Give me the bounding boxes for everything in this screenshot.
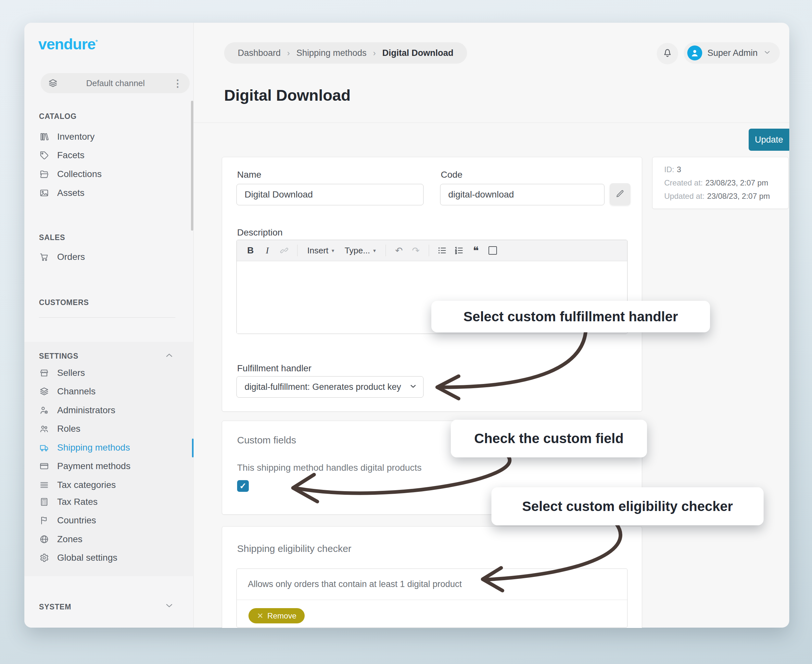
fulfillment-handler-value: digital-fulfillment: Generates product k… [244,382,406,392]
book-icon [39,132,49,142]
bell-icon [662,47,673,60]
user-name: Super Admin [708,48,758,58]
breadcrumb: Dashboard › Shipping methods › Digital D… [224,42,467,63]
redo-icon[interactable]: ↷ [408,242,423,258]
channel-label: Default channel [58,78,173,88]
fulfillment-handler-select[interactable]: digital-fulfillment: Generates product k… [236,376,423,398]
name-input[interactable] [236,184,423,205]
sidebar-item-global-settings[interactable]: Global settings [39,551,179,565]
sidebar-item-assets[interactable]: Assets [39,186,179,200]
digital-products-checkbox[interactable]: ✓ [237,480,249,492]
square-icon[interactable] [486,242,500,258]
sidebar-item-payment-methods[interactable]: Payment methods [39,459,179,473]
created-at-row: Created at:23/08/23, 2:07 pm [664,178,776,187]
section-customers: CUSTOMERS [39,298,89,307]
name-label: Name [237,169,262,180]
users-icon [39,424,49,434]
fulfillment-handler-label: Fulfillment handler [237,363,311,374]
caret-down-icon: ▾ [373,247,376,254]
calculator-icon [39,497,49,507]
chevron-down-icon[interactable] [164,601,174,611]
toolbar-divider [297,245,298,256]
toolbar-divider [429,245,429,256]
sidebar-item-inventory[interactable]: Inventory [39,130,179,144]
sidebar-item-zones[interactable]: Zones [39,532,179,547]
entity-info-panel: ID:3 Created at:23/08/23, 2:07 pm Update… [652,157,789,209]
sidebar-item-collections[interactable]: Collections [39,167,179,181]
callout-custom-field: Check the custom field [451,420,647,457]
callout-fulfillment-handler: Select custom fulfillment handler [431,301,710,332]
list-icon [39,480,49,490]
cart-icon [39,252,49,262]
store-icon [39,368,49,378]
sidebar-scrollbar[interactable] [191,101,193,231]
remove-checker-button[interactable]: ✕ Remove [249,608,305,623]
flag-icon [39,515,49,526]
eligibility-checker-box: Allows only orders that contain at least… [236,568,628,628]
sidebar-item-channels[interactable]: Channels [39,384,179,399]
sidebar-item-tax-rates[interactable]: Tax Rates [39,495,179,509]
logo-mark: ° [96,39,98,45]
active-nav-indicator [192,439,194,457]
page: vendure° Default channel ⋮ CATALOG Inven… [0,0,812,664]
sidebar-item-shipping-methods[interactable]: Shipping methods [39,441,179,455]
undo-icon[interactable]: ↶ [392,242,406,258]
sidebar-item-administrators[interactable]: Administrators [39,403,179,417]
breadcrumb-separator-icon: › [287,49,290,58]
update-button[interactable]: Update [749,129,789,151]
pencil-icon [615,189,625,200]
tag-icon [39,150,49,161]
folder-icon [39,169,49,179]
channel-switcher[interactable]: Default channel ⋮ [41,73,190,93]
insert-menu[interactable]: Insert▾ [303,242,338,258]
breadcrumb-separator-icon: › [373,49,376,58]
eligibility-box-divider [237,600,627,600]
edit-code-button[interactable] [610,183,630,205]
type-menu[interactable]: Type...▾ [341,242,380,258]
kebab-menu-icon[interactable]: ⋮ [173,78,182,89]
editor-toolbar: B I Insert▾ Type...▾ ↶ ↷ ❝ [237,240,627,261]
truck-icon [39,443,49,453]
gear-icon [39,553,49,563]
admin-icon [39,405,49,415]
entity-id-row: ID:3 [664,165,776,174]
code-input[interactable] [440,184,604,205]
section-sales: SALES [39,233,65,242]
sidebar-item-roles[interactable]: Roles [39,422,179,436]
user-menu[interactable]: Super Admin [684,42,780,63]
chevron-down-icon [763,48,771,58]
check-icon: ✓ [239,481,247,491]
image-icon [39,188,49,198]
ordered-list-icon[interactable] [452,242,466,258]
sidebar-item-facets[interactable]: Facets [39,148,179,163]
blockquote-icon[interactable]: ❝ [469,242,483,258]
header-divider [194,122,789,123]
chevron-up-icon[interactable] [164,350,174,361]
sidebar-item-countries[interactable]: Countries [39,513,179,527]
bullet-list-icon[interactable] [435,242,449,258]
layers-icon [39,386,49,397]
avatar [687,46,702,60]
updated-at-row: Updated at:23/08/23, 2:07 pm [664,192,776,201]
sidebar-item-orders[interactable]: Orders [39,250,179,264]
breadcrumb-shipping-methods[interactable]: Shipping methods [296,48,366,58]
link-icon[interactable] [277,242,291,258]
globe-icon [39,534,49,544]
credit-card-icon [39,461,49,471]
caret-down-icon: ▾ [332,247,334,254]
sidebar-item-sellers[interactable]: Sellers [39,366,179,380]
section-catalog: CATALOG [39,112,76,121]
code-label: Code [441,169,462,180]
layers-icon [48,78,58,88]
close-icon: ✕ [257,611,264,620]
notifications-button[interactable] [657,43,678,64]
breadcrumb-dashboard[interactable]: Dashboard [238,48,281,58]
description-label: Description [237,228,283,238]
custom-field-label: This shipping method handles digital pro… [237,462,421,473]
bold-button[interactable]: B [243,242,257,258]
breadcrumb-current: Digital Download [382,48,453,58]
vendure-logo: vendure° [38,35,98,53]
section-system: SYSTEM [39,602,71,611]
sidebar-item-tax-categories[interactable]: Tax categories [39,478,179,492]
italic-button[interactable]: I [260,242,275,258]
